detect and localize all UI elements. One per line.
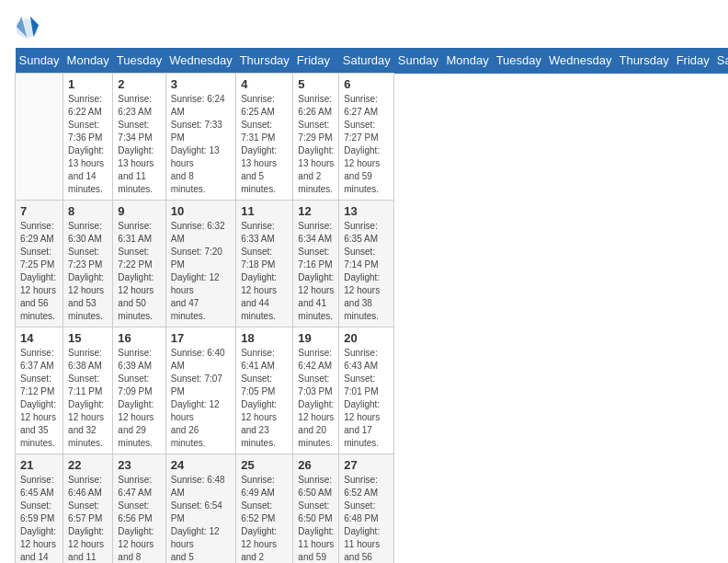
day-info: Sunrise: 6:32 AMSunset: 7:20 PMDaylight:… <box>171 220 231 323</box>
day-info: Sunrise: 6:39 AMSunset: 7:09 PMDaylight:… <box>118 347 160 450</box>
calendar-cell: 2Sunrise: 6:23 AMSunset: 7:34 PMDaylight… <box>113 74 165 201</box>
day-header-saturday: Saturday <box>713 48 728 74</box>
day-header-thursday: Thursday <box>615 48 672 74</box>
calendar-week-0: 1Sunrise: 6:22 AMSunset: 7:36 PMDaylight… <box>16 74 729 201</box>
day-number: 5 <box>298 77 334 91</box>
calendar-cell: 19Sunrise: 6:42 AMSunset: 7:03 PMDayligh… <box>293 327 339 454</box>
day-number: 11 <box>241 204 288 218</box>
day-number: 8 <box>68 204 108 218</box>
calendar-cell: 10Sunrise: 6:32 AMSunset: 7:20 PMDayligh… <box>165 201 235 327</box>
calendar-cell: 13Sunrise: 6:35 AMSunset: 7:14 PMDayligh… <box>339 201 394 327</box>
day-number: 27 <box>344 458 389 472</box>
day-info: Sunrise: 6:34 AMSunset: 7:16 PMDaylight:… <box>298 220 334 323</box>
day-number: 3 <box>171 77 231 91</box>
day-number: 12 <box>298 204 334 218</box>
calendar-week-2: 14Sunrise: 6:37 AMSunset: 7:12 PMDayligh… <box>16 327 729 454</box>
day-info: Sunrise: 6:23 AMSunset: 7:34 PMDaylight:… <box>118 93 160 196</box>
day-info: Sunrise: 6:25 AMSunset: 7:31 PMDaylight:… <box>241 93 288 196</box>
logo <box>15 15 44 40</box>
day-info: Sunrise: 6:40 AMSunset: 7:07 PMDaylight:… <box>171 347 231 450</box>
day-info: Sunrise: 6:22 AMSunset: 7:36 PMDaylight:… <box>68 93 108 196</box>
calendar-cell: 7Sunrise: 6:29 AMSunset: 7:25 PMDaylight… <box>16 201 63 327</box>
calendar-table: SundayMondayTuesdayWednesdayThursdayFrid… <box>15 48 728 563</box>
day-info: Sunrise: 6:27 AMSunset: 7:27 PMDaylight:… <box>344 93 389 196</box>
day-info: Sunrise: 6:26 AMSunset: 7:29 PMDaylight:… <box>298 93 334 196</box>
day-number: 20 <box>344 331 389 345</box>
calendar-cell: 18Sunrise: 6:41 AMSunset: 7:05 PMDayligh… <box>236 327 293 454</box>
day-number: 7 <box>20 204 58 218</box>
calendar-cell: 21Sunrise: 6:45 AMSunset: 6:59 PMDayligh… <box>16 454 63 564</box>
calendar-cell: 23Sunrise: 6:47 AMSunset: 6:56 PMDayligh… <box>113 454 165 564</box>
day-info: Sunrise: 6:29 AMSunset: 7:25 PMDaylight:… <box>20 220 58 323</box>
calendar-cell: 26Sunrise: 6:50 AMSunset: 6:50 PMDayligh… <box>293 454 339 564</box>
calendar-week-1: 7Sunrise: 6:29 AMSunset: 7:25 PMDaylight… <box>16 201 729 327</box>
calendar-cell: 1Sunrise: 6:22 AMSunset: 7:36 PMDaylight… <box>63 74 113 201</box>
day-info: Sunrise: 6:24 AMSunset: 7:33 PMDaylight:… <box>171 93 231 196</box>
calendar-cell: 17Sunrise: 6:40 AMSunset: 7:07 PMDayligh… <box>165 327 235 454</box>
day-number: 6 <box>344 77 389 91</box>
day-number: 15 <box>68 331 108 345</box>
calendar-cell: 16Sunrise: 6:39 AMSunset: 7:09 PMDayligh… <box>113 327 165 454</box>
calendar-cell <box>16 74 63 201</box>
day-number: 22 <box>68 458 108 472</box>
calendar-cell: 6Sunrise: 6:27 AMSunset: 7:27 PMDaylight… <box>339 74 394 201</box>
day-header-friday: Friday <box>673 48 713 74</box>
calendar-cell: 11Sunrise: 6:33 AMSunset: 7:18 PMDayligh… <box>236 201 293 327</box>
day-number: 19 <box>298 331 334 345</box>
day-header-monday: Monday <box>63 48 113 74</box>
day-header-sunday: Sunday <box>394 48 443 74</box>
day-info: Sunrise: 6:30 AMSunset: 7:23 PMDaylight:… <box>68 220 108 323</box>
calendar-cell: 25Sunrise: 6:49 AMSunset: 6:52 PMDayligh… <box>236 454 293 564</box>
day-info: Sunrise: 6:31 AMSunset: 7:22 PMDaylight:… <box>118 220 160 323</box>
day-info: Sunrise: 6:38 AMSunset: 7:11 PMDaylight:… <box>68 347 108 450</box>
calendar-cell: 8Sunrise: 6:30 AMSunset: 7:23 PMDaylight… <box>63 201 113 327</box>
day-number: 13 <box>344 204 389 218</box>
calendar-header-row: SundayMondayTuesdayWednesdayThursdayFrid… <box>16 48 729 74</box>
day-info: Sunrise: 6:49 AMSunset: 6:52 PMDaylight:… <box>241 474 288 563</box>
day-number: 23 <box>118 458 160 472</box>
calendar-cell: 4Sunrise: 6:25 AMSunset: 7:31 PMDaylight… <box>236 74 293 201</box>
day-number: 2 <box>118 77 160 91</box>
day-header-tuesday: Tuesday <box>113 48 165 74</box>
day-header-wednesday: Wednesday <box>165 48 235 74</box>
day-info: Sunrise: 6:33 AMSunset: 7:18 PMDaylight:… <box>241 220 288 323</box>
day-info: Sunrise: 6:50 AMSunset: 6:50 PMDaylight:… <box>298 474 334 563</box>
day-info: Sunrise: 6:48 AMSunset: 6:54 PMDaylight:… <box>171 474 231 563</box>
day-header-monday: Monday <box>442 48 492 74</box>
day-info: Sunrise: 6:43 AMSunset: 7:01 PMDaylight:… <box>344 347 389 450</box>
day-number: 4 <box>241 77 288 91</box>
logo-icon <box>15 15 40 40</box>
day-number: 21 <box>20 458 58 472</box>
calendar-cell: 24Sunrise: 6:48 AMSunset: 6:54 PMDayligh… <box>165 454 235 564</box>
day-info: Sunrise: 6:37 AMSunset: 7:12 PMDaylight:… <box>20 347 58 450</box>
calendar-cell: 14Sunrise: 6:37 AMSunset: 7:12 PMDayligh… <box>16 327 63 454</box>
day-number: 17 <box>171 331 231 345</box>
day-header-thursday: Thursday <box>236 48 293 74</box>
day-info: Sunrise: 6:46 AMSunset: 6:57 PMDaylight:… <box>68 474 108 563</box>
day-number: 25 <box>241 458 288 472</box>
calendar-cell: 5Sunrise: 6:26 AMSunset: 7:29 PMDaylight… <box>293 74 339 201</box>
day-number: 9 <box>118 204 160 218</box>
page-header <box>15 15 713 40</box>
calendar-cell: 9Sunrise: 6:31 AMSunset: 7:22 PMDaylight… <box>113 201 165 327</box>
calendar-cell: 12Sunrise: 6:34 AMSunset: 7:16 PMDayligh… <box>293 201 339 327</box>
calendar-cell: 22Sunrise: 6:46 AMSunset: 6:57 PMDayligh… <box>63 454 113 564</box>
day-info: Sunrise: 6:42 AMSunset: 7:03 PMDaylight:… <box>298 347 334 450</box>
day-info: Sunrise: 6:35 AMSunset: 7:14 PMDaylight:… <box>344 220 389 323</box>
calendar-cell: 27Sunrise: 6:52 AMSunset: 6:48 PMDayligh… <box>339 454 394 564</box>
day-number: 18 <box>241 331 288 345</box>
day-info: Sunrise: 6:45 AMSunset: 6:59 PMDaylight:… <box>20 474 58 563</box>
day-number: 10 <box>171 204 231 218</box>
day-info: Sunrise: 6:41 AMSunset: 7:05 PMDaylight:… <box>241 347 288 450</box>
day-number: 26 <box>298 458 334 472</box>
day-header-wednesday: Wednesday <box>545 48 615 74</box>
day-info: Sunrise: 6:52 AMSunset: 6:48 PMDaylight:… <box>344 474 389 563</box>
day-info: Sunrise: 6:47 AMSunset: 6:56 PMDaylight:… <box>118 474 160 563</box>
calendar-week-3: 21Sunrise: 6:45 AMSunset: 6:59 PMDayligh… <box>16 454 729 564</box>
day-header-saturday: Saturday <box>339 48 394 74</box>
day-header-tuesday: Tuesday <box>493 48 545 74</box>
calendar-cell: 3Sunrise: 6:24 AMSunset: 7:33 PMDaylight… <box>165 74 235 201</box>
day-number: 1 <box>68 77 108 91</box>
calendar-cell: 20Sunrise: 6:43 AMSunset: 7:01 PMDayligh… <box>339 327 394 454</box>
day-header-sunday: Sunday <box>16 48 63 74</box>
